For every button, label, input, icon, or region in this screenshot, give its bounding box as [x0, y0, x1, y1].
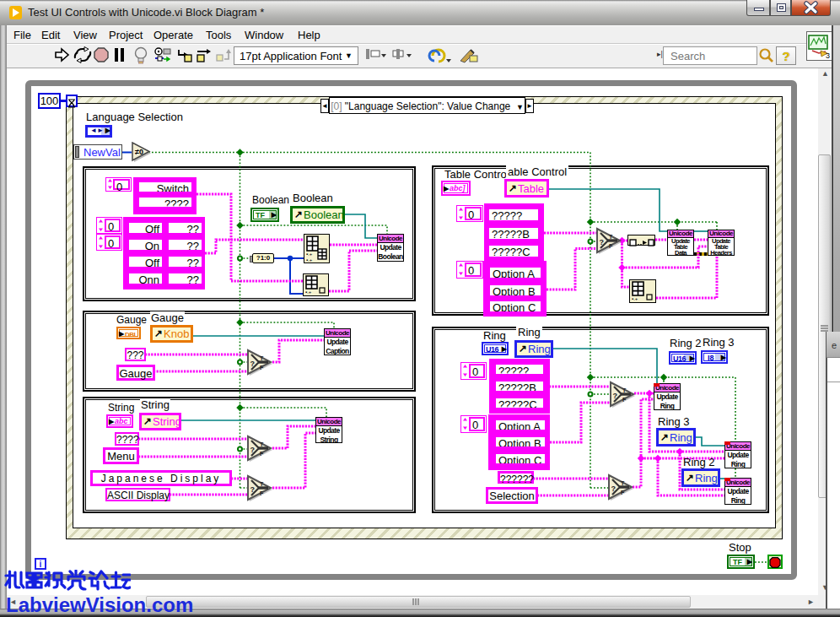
svg-text:▪.+: ▪.+	[306, 257, 313, 262]
svg-text:▪.+: ▪.+	[632, 296, 638, 301]
svg-text:▪.+: ▪.+	[306, 252, 313, 257]
svg-text:≠0: ≠0	[135, 148, 143, 156]
svg-text:▪.+: ▪.+	[305, 290, 312, 295]
